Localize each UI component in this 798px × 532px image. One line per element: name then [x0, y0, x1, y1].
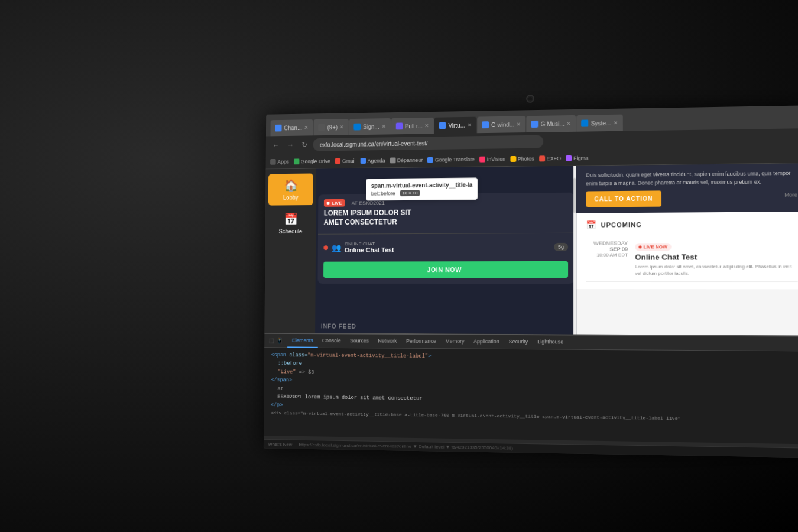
apps-icon — [270, 158, 276, 164]
bookmark-apps[interactable]: Apps — [270, 158, 289, 164]
tab-label: Pull r... — [405, 122, 423, 129]
join-button[interactable]: JOIN NOW — [323, 261, 568, 278]
upcoming-header: 📅 UPCOMING — [586, 219, 797, 229]
devtools-panel: ⬚ 📱 Elements Console Sources Network Per… — [264, 333, 798, 458]
event-day: WEDNESDAY — [586, 240, 628, 246]
translate-icon — [427, 157, 433, 163]
devtools-responsive[interactable]: 📱 — [276, 338, 283, 344]
tab-close-icon[interactable]: ✕ — [468, 122, 472, 128]
tab-close-icon[interactable]: ✕ — [340, 124, 345, 130]
upcoming-section: 📅 UPCOMING WEDNESDAY SEP 09 10:00 AM EDT — [576, 212, 798, 290]
devtools-tab-console[interactable]: Console — [317, 334, 345, 348]
bookmark-photos[interactable]: Photos — [510, 155, 534, 161]
devtools-tab-elements[interactable]: Elements — [287, 333, 317, 348]
bookmark-depanneur[interactable]: Dépanneur — [390, 157, 423, 163]
devtools-tab-memory[interactable]: Memory — [440, 335, 469, 349]
live-now-badge: LIVE NOW — [635, 243, 671, 251]
right-banner: Duis sollicitudin, quam eget viverra tin… — [576, 163, 798, 213]
bookmark-exfo[interactable]: EXFO — [539, 155, 561, 161]
sidebar-item-schedule[interactable]: 📅 Schedule — [268, 207, 313, 239]
bookmark-gmail[interactable]: Gmail — [335, 158, 356, 164]
cta-button[interactable]: CALL TO ACTION — [586, 190, 661, 207]
event-month-day: SEP 09 — [586, 246, 628, 252]
bookmark-translate[interactable]: Google Translate — [427, 156, 475, 163]
tab-wind[interactable]: G wind... ✕ — [477, 116, 526, 133]
forward-button[interactable]: → — [285, 140, 296, 151]
event-row: WEDNESDAY SEP 09 10:00 AM EDT LIVE NOW O… — [586, 235, 797, 282]
home-icon: 🏠 — [284, 179, 298, 193]
more-link[interactable]: More — [784, 192, 797, 197]
tab-close-icon[interactable]: ✕ — [517, 121, 521, 127]
event-right-panel: Duis sollicitudin, quam eget viverra tin… — [576, 163, 798, 335]
calendar-upcoming-icon: 📅 — [586, 220, 596, 229]
bookmark-label: Agenda — [368, 157, 385, 163]
event-details: LIVE NOW Online Chat Test Lorem ipsum do… — [635, 239, 797, 277]
tooltip-selector: span.m-virtual-event-activity__title-la — [371, 181, 473, 189]
tab-label: Sign... — [363, 124, 379, 130]
tab-close-icon[interactable]: ✕ — [567, 121, 572, 126]
tab-pull[interactable]: Pull r... ✕ — [391, 118, 434, 135]
tab-music[interactable]: G Musi... ✕ — [527, 115, 576, 132]
tab-chan[interactable]: Chan... ✕ — [271, 119, 313, 136]
bookmark-google-drive[interactable]: Google Drive — [293, 158, 330, 164]
devtools-tooltip: span.m-virtual-event-activity__title-la … — [366, 177, 478, 200]
chat-name: Online Chat Test — [345, 246, 550, 254]
activity-divider — [318, 233, 574, 235]
scrollbar-thumb[interactable] — [573, 178, 576, 213]
bookmark-label: Figma — [573, 155, 588, 161]
drive-icon — [293, 158, 299, 164]
live-now-dot — [638, 245, 641, 248]
tab-virtual[interactable]: Virtu... ✕ — [434, 117, 476, 134]
devtools-element-picker[interactable]: ⬚ — [269, 338, 274, 344]
tab-close-icon[interactable]: ✕ — [425, 123, 430, 129]
webcam — [526, 95, 534, 103]
tab-favicon — [439, 122, 446, 129]
event-time: 10:00 AM EDT — [586, 252, 628, 258]
devtools-tab-network[interactable]: Network — [374, 334, 402, 348]
depanneur-icon — [390, 157, 395, 163]
tab-label: G wind... — [491, 121, 514, 128]
bookmark-figma[interactable]: Figma — [566, 155, 588, 161]
live-now-label: LIVE NOW — [644, 244, 667, 249]
figma-icon — [566, 155, 572, 161]
event-sidebar: 🏠 Lobby 📅 Schedule — [264, 169, 316, 333]
tooltip-pseudo: bel::before — [371, 190, 395, 196]
webcam-dot — [528, 97, 532, 100]
devtools-content: <span class="m-virtual-event-activity__t… — [264, 348, 798, 428]
devtools-tab-application[interactable]: Application — [469, 335, 504, 349]
tab-close-icon[interactable]: ✕ — [304, 125, 309, 131]
tab-favicon — [531, 121, 539, 128]
tab-sys[interactable]: Syste... ✕ — [577, 115, 623, 132]
tab-favicon — [482, 121, 489, 128]
tab-close-icon[interactable]: ✕ — [381, 124, 386, 129]
reload-button[interactable]: ↻ — [300, 140, 310, 150]
exfo-icon — [539, 155, 545, 161]
online-indicator — [323, 245, 328, 250]
back-button[interactable]: ← — [270, 140, 281, 151]
tab-label: G Musi... — [541, 121, 565, 128]
sidebar-item-lobby[interactable]: 🏠 Lobby — [268, 173, 313, 205]
scrollbar-track[interactable] — [573, 166, 576, 335]
devtools-tab-security[interactable]: Security — [504, 335, 533, 349]
chat-info: ONLINE CHAT Online Chat Test — [345, 241, 550, 254]
event-name: Online Chat Test — [635, 252, 797, 262]
activity-title: LOREM IPSUM DOLOR SIT AMET CONSECTETUR — [324, 207, 568, 227]
gmail-icon — [335, 158, 341, 164]
tab-favicon — [275, 125, 281, 132]
agenda-icon — [360, 158, 366, 164]
tooltip-size: 10 × 10 — [400, 190, 420, 196]
info-feed-label: INFO FEED — [315, 320, 576, 335]
bookmark-label: Google Translate — [435, 156, 475, 163]
url-input[interactable] — [313, 135, 543, 151]
bookmark-invision[interactable]: InVision — [479, 156, 505, 162]
tab-sign[interactable]: Sign... ✕ — [349, 118, 391, 135]
tab-label: Chan... — [284, 125, 302, 131]
event-main-area: span.m-virtual-event-activity__title-la … — [315, 166, 576, 335]
bookmark-agenda[interactable]: Agenda — [360, 157, 385, 163]
event-description: Lorem ipsum dolor sit amet, consectetur … — [635, 263, 797, 277]
devtools-tab-lighthouse[interactable]: Lighthouse — [533, 335, 568, 349]
devtools-tab-performance[interactable]: Performance — [401, 334, 440, 348]
devtools-tab-sources[interactable]: Sources — [345, 334, 373, 348]
tab-close-icon[interactable]: ✕ — [613, 120, 618, 126]
tab-notion[interactable]: (9+) ✕ — [314, 119, 349, 135]
